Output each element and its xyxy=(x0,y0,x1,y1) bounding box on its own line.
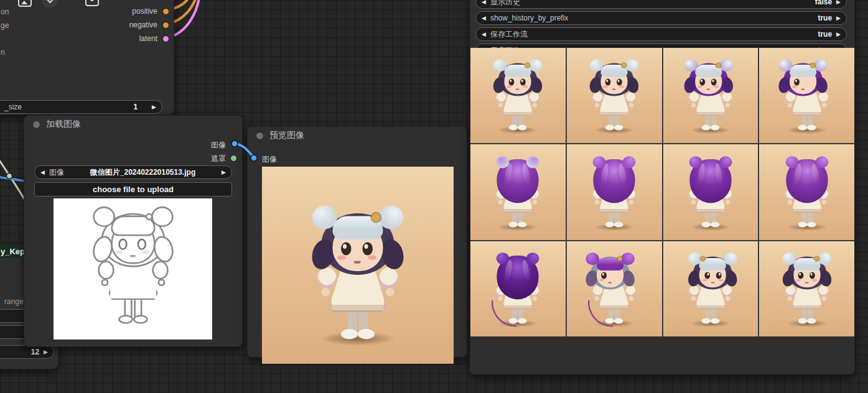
camera-icon[interactable] xyxy=(85,0,99,6)
preview-image-collapse-dot[interactable] xyxy=(256,132,264,140)
sampler-output-positive-port[interactable] xyxy=(162,8,169,15)
chibi-character-figure xyxy=(683,159,738,234)
chibi-character-figure xyxy=(683,62,738,137)
kep-value-3: 12 xyxy=(31,348,39,356)
save-workflow-next-arrow[interactable]: ▶ xyxy=(836,32,841,37)
generated-image-12[interactable] xyxy=(759,241,854,336)
file-widget-label: 图像 xyxy=(49,167,64,178)
load-image-collapse-dot[interactable] xyxy=(32,121,40,129)
load-image-output-image-label: 图像 xyxy=(211,140,226,150)
chibi-character-figure xyxy=(587,159,642,234)
history-prefix-label: show_history_by_prefix xyxy=(490,14,568,22)
load-image-output-mask-label: 遮罩 xyxy=(211,154,226,164)
history-prefix-next-arrow[interactable]: ▶ xyxy=(836,16,841,21)
sampler-input-label-2: ge xyxy=(1,21,9,30)
output-widget-history-prefix[interactable]: ◀ show_history_by_prefix true ▶ xyxy=(475,11,847,25)
generated-image-4[interactable] xyxy=(759,48,854,143)
node-load-image: 加载图像 图像 遮罩 ◀ 图像 微信图片_20240222010513.jpg … xyxy=(24,115,243,347)
generated-image-1[interactable] xyxy=(470,48,566,143)
sampler-size-value: 1 xyxy=(133,103,138,111)
preview-image-title-bar[interactable]: 预览图像 xyxy=(248,127,467,144)
image-icon[interactable] xyxy=(18,0,32,7)
file-widget-value: 微信图片_20240222010513.jpg xyxy=(90,167,195,178)
chibi-character-figure xyxy=(780,159,834,234)
show-history-next-arrow[interactable]: ▶ xyxy=(836,0,841,5)
chibi-character-figure xyxy=(683,256,738,330)
sampler-output-latent-port[interactable] xyxy=(162,35,169,42)
sampler-size-step-up-arrow[interactable]: ▶ xyxy=(152,104,156,110)
save-workflow-label: 保存工作流 xyxy=(490,29,528,40)
chibi-character-figure xyxy=(307,211,409,351)
node-output-grid: ◀ 显示历史 false ▶ ◀ show_history_by_prefix … xyxy=(470,0,855,375)
preview-image-title: 预览图像 xyxy=(269,130,304,141)
generated-image-7[interactable] xyxy=(663,144,758,239)
chevron-down-icon[interactable] xyxy=(41,0,58,8)
node-preview-image: 预览图像 图像 xyxy=(247,126,467,358)
save-workflow-value: true xyxy=(818,30,832,39)
node-kep-title: y_Kep xyxy=(1,245,25,258)
sampler-size-widget[interactable]: _size 1 ▶ xyxy=(0,100,162,114)
choose-file-button[interactable]: choose file to upload xyxy=(34,182,232,196)
generated-image-5[interactable] xyxy=(470,144,566,239)
chibi-character-figure xyxy=(490,256,545,330)
generated-image-10[interactable] xyxy=(567,241,662,336)
history-prefix-value: true xyxy=(818,14,832,22)
file-prev-arrow[interactable]: ◀ xyxy=(40,170,45,175)
output-image-grid xyxy=(470,48,854,336)
save-workflow-prev-arrow[interactable]: ◀ xyxy=(482,32,486,37)
chibi-character-figure xyxy=(490,62,545,137)
history-prefix-prev-arrow[interactable]: ◀ xyxy=(482,16,486,21)
chibi-character-figure xyxy=(587,256,642,330)
generated-image-3[interactable] xyxy=(663,48,758,143)
sampler-output-negative-label: negative xyxy=(129,21,157,29)
sampler-input-label-1: on xyxy=(1,7,9,16)
kep-step-up-arrow[interactable]: ▶ xyxy=(44,349,48,355)
uploaded-image-preview[interactable] xyxy=(54,198,212,340)
kep-value-row-3[interactable]: 12 ▶ xyxy=(0,345,54,359)
chibi-character-figure xyxy=(490,159,545,234)
output-widget-save-workflow[interactable]: ◀ 保存工作流 true ▶ xyxy=(475,27,847,41)
show-history-prev-arrow[interactable]: ◀ xyxy=(482,0,486,5)
chibi-character-figure xyxy=(88,211,178,335)
comfyui-canvas: y_Kep range_ 0 330 12 ▶ on ge n positi xyxy=(0,0,868,393)
chibi-character-figure xyxy=(780,256,834,330)
preview-image[interactable] xyxy=(262,167,454,364)
preview-input-image-label: 图像 xyxy=(262,154,277,165)
generated-image-11[interactable] xyxy=(663,241,758,336)
generated-image-6[interactable] xyxy=(567,144,662,239)
chibi-character-figure xyxy=(587,62,642,137)
sampler-size-label: _size xyxy=(4,103,22,111)
sampler-input-label-3: n xyxy=(1,48,5,57)
sampler-output-positive-label: positive xyxy=(132,7,157,16)
load-image-title-bar[interactable]: 加载图像 xyxy=(24,116,242,133)
show-history-value: false xyxy=(815,0,832,6)
sampler-output-negative-port[interactable] xyxy=(162,22,169,29)
show-history-label: 显示历史 xyxy=(490,0,520,7)
generated-image-9[interactable] xyxy=(470,241,566,336)
load-image-file-widget[interactable]: ◀ 图像 微信图片_20240222010513.jpg ▶ xyxy=(34,165,232,179)
output-widget-show-history[interactable]: ◀ 显示历史 false ▶ xyxy=(475,0,847,9)
generated-image-2[interactable] xyxy=(567,48,662,143)
load-image-title: 加载图像 xyxy=(46,119,81,130)
chibi-character-figure xyxy=(780,62,834,137)
load-image-output-mask-port[interactable] xyxy=(230,155,237,162)
sampler-output-latent-label: latent xyxy=(139,34,157,43)
node-sampler-partial: on ge n positive negative latent _size 1… xyxy=(0,0,174,115)
file-next-arrow[interactable]: ▶ xyxy=(222,170,226,175)
generated-image-8[interactable] xyxy=(759,144,854,239)
